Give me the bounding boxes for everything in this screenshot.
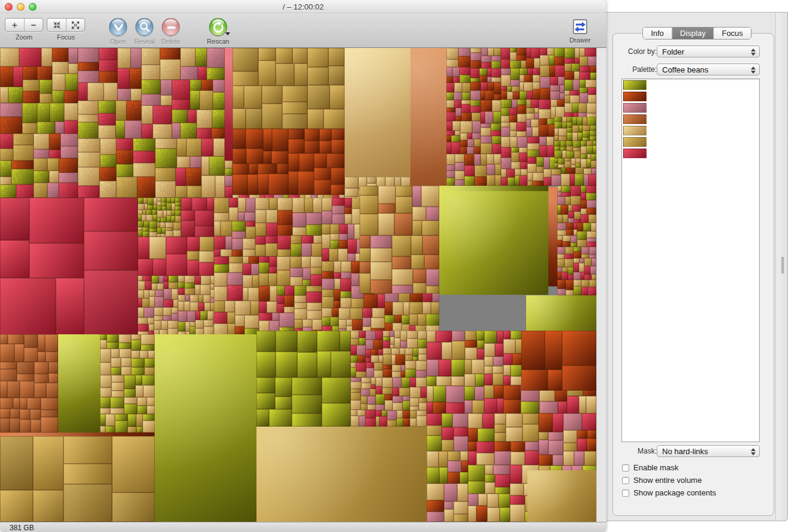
popup-arrows-icon [750, 48, 756, 56]
palette-swatch-gold[interactable] [623, 137, 647, 147]
toolbar-rescan: Rescan [205, 18, 231, 45]
show-package-contents-checkbox[interactable] [622, 489, 629, 497]
enable-mask-checkbox[interactable] [622, 464, 629, 471]
palette-swatch-rust[interactable] [623, 92, 647, 101]
drawer-tab-bar: Info Display Focus [642, 27, 751, 40]
mask-value: No hard-links [662, 447, 708, 456]
open-button[interactable] [109, 18, 127, 36]
toolbar: + − Zoom [0, 13, 606, 48]
enable-mask-row: Enable mask [622, 463, 678, 473]
rescan-button[interactable] [209, 18, 227, 36]
status-total-size: 381 GB [10, 524, 34, 532]
palette-value: Coffee beans [662, 65, 708, 74]
focus-in-button[interactable] [47, 19, 66, 31]
zoom-in-button[interactable]: + [5, 19, 24, 31]
popup-arrows-icon [750, 448, 756, 456]
reveal-label: Reveal [131, 38, 158, 45]
toolbar-drawer: Drawer [566, 18, 594, 44]
toolbar-open: Open [105, 18, 131, 45]
open-label: Open [105, 38, 131, 45]
titlebar[interactable]: / – 12:00:02 [0, 0, 606, 13]
palette-label: Palette: [620, 65, 657, 74]
window-right-strip [596, 48, 606, 522]
focus-label: Focus [47, 34, 85, 41]
rescan-dropdown-caret[interactable] [225, 32, 230, 35]
treemap-canvas[interactable] [0, 48, 596, 522]
tab-info[interactable]: Info [643, 28, 672, 39]
palette-swatch-copper[interactable] [623, 114, 647, 124]
show-package-contents-label: Show package contents [633, 488, 716, 497]
toolbar-delete: Delete [158, 18, 184, 45]
statusbar: 381 GB [0, 522, 606, 532]
drawer-toggle-button[interactable] [572, 19, 588, 35]
mask-label: Mask: [620, 447, 657, 455]
color-by-popup[interactable]: Folder [657, 46, 760, 58]
magnifier-icon [136, 19, 154, 37]
toolbar-focus: Focus [47, 18, 85, 41]
focus-in-icon [53, 21, 61, 29]
palette-swatch-olive[interactable] [623, 80, 647, 90]
window-title: / – 12:00:02 [0, 2, 606, 11]
zoom-segmented-control: + − [5, 18, 43, 32]
focus-out-icon [71, 21, 80, 29]
palette-swatch-crimson[interactable] [623, 149, 647, 158]
palette-list[interactable] [621, 78, 760, 442]
minus-icon [162, 19, 180, 37]
color-by-value: Folder [662, 47, 684, 56]
drawer-edge [775, 13, 787, 521]
toolbar-reveal: Reveal [131, 18, 158, 45]
palette-swatch-rose[interactable] [623, 103, 647, 113]
zoom-label: Zoom [5, 34, 43, 41]
focus-out-button[interactable] [66, 19, 84, 31]
color-by-label: Color by: [620, 47, 657, 56]
zoom-out-button[interactable]: − [24, 19, 43, 31]
mask-popup[interactable]: No hard-links [657, 445, 760, 457]
tab-display[interactable]: Display [672, 28, 714, 39]
drawer-panel: Info Display Focus Color by: Folder Pale… [606, 12, 788, 521]
treemap-view[interactable] [0, 48, 596, 522]
open-icon [110, 19, 128, 37]
tab-focus[interactable]: Focus [713, 28, 750, 39]
show-package-contents-row: Show package contents [622, 488, 716, 498]
delete-button[interactable] [162, 18, 180, 36]
main-window: / – 12:00:02 + − Zoom [0, 0, 606, 532]
drawer-label: Drawer [566, 37, 594, 44]
drawer-resize-handle[interactable] [781, 257, 784, 274]
delete-label: Delete [158, 38, 184, 45]
reveal-button[interactable] [135, 18, 153, 36]
focus-segmented-control [47, 18, 85, 32]
rescan-label: Rescan [205, 38, 231, 45]
palette-popup[interactable]: Coffee beans [657, 64, 760, 75]
show-entire-volume-row: Show entire volume [622, 475, 702, 485]
toolbar-zoom: + − Zoom [5, 18, 43, 41]
palette-swatch-tan[interactable] [623, 126, 647, 135]
show-entire-volume-label: Show entire volume [633, 476, 702, 485]
show-entire-volume-checkbox[interactable] [622, 477, 629, 484]
enable-mask-label: Enable mask [633, 463, 678, 472]
popup-arrows-icon [750, 66, 756, 74]
screen: Info Display Focus Color by: Folder Pale… [0, 0, 788, 532]
drawer-icon [572, 19, 588, 35]
